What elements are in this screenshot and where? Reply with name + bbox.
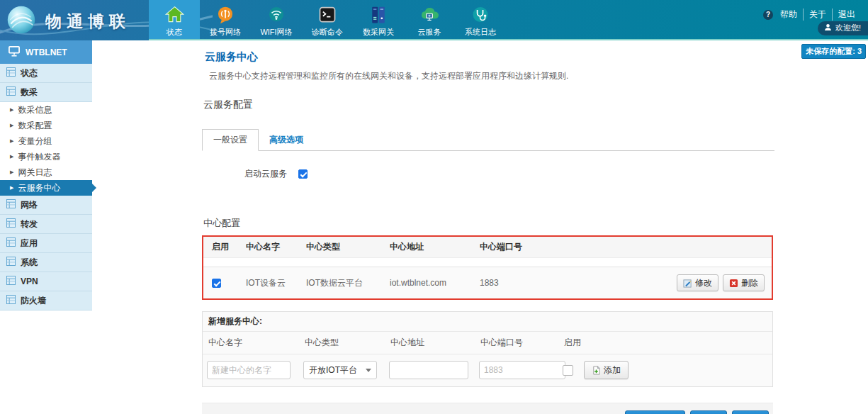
help-icon[interactable]: ? [763, 10, 773, 20]
nav-item-home[interactable]: 状态 [149, 0, 200, 40]
app-header: 物通博联 状态 拨号网络 WIFI网络 诊断命令 数采网关 云服务 系统日志 ?… [0, 0, 868, 40]
add-col-enable: 启用 [563, 337, 767, 349]
tab-advanced-options[interactable]: 高级选项 [259, 130, 314, 150]
caret-icon: ▶ [10, 107, 13, 113]
center-type-select[interactable]: 开放IOT平台 [303, 361, 377, 379]
brand-name: 物通博联 [45, 11, 130, 33]
dial-network-icon [215, 4, 235, 26]
sidebar-item-云服务中心[interactable]: ▶ 云服务中心 [0, 180, 92, 196]
col-port: 中心端口号 [480, 241, 648, 253]
add-button[interactable]: 添加 [584, 361, 629, 379]
enable-cloud-label: 启动云服务 [244, 168, 287, 180]
nav-item-wifi[interactable]: WIFI网络 [251, 0, 302, 40]
sidebar-item-防火墙[interactable]: 防火墙 [0, 291, 92, 310]
center-table: 启用 中心名字 中心类型 中心地址 中心端口号 IOT设备云 IOT数据云平台 … [202, 235, 773, 300]
sidebar-item-状态[interactable]: 状态 [0, 64, 92, 83]
save-button[interactable]: 保存 [690, 410, 727, 414]
edit-button-label: 修改 [695, 277, 712, 289]
logout-link[interactable]: 退出 [833, 9, 861, 21]
list-icon [6, 199, 16, 211]
center-type-selected-value: 开放IOT平台 [309, 364, 357, 376]
welcome-text: 欢迎您! [835, 23, 861, 33]
sidebar-item-转发[interactable]: 转发 [0, 215, 92, 234]
nav-item-terminal[interactable]: 诊断命令 [302, 0, 353, 40]
device-name: WTBLNET [26, 47, 67, 57]
add-col-name: 中心名字 [207, 337, 303, 349]
list-icon [6, 86, 16, 98]
sidebar-item-应用[interactable]: 应用 [0, 234, 92, 253]
enable-cloud-row: 启动云服务 [244, 168, 774, 180]
table-header-row: 启用 中心名字 中心类型 中心地址 中心端口号 [203, 237, 772, 258]
sidebar-menu: 状态 数采 ▶ 数采信息 ▶ 数采配置 ▶ 变量分组 ▶ 事件触发器 ▶ 网关日… [0, 64, 92, 310]
row-center-address: iot.wtblnet.com [390, 278, 480, 288]
cloud-icon [419, 4, 440, 26]
page-description: 云服务中心支持远程管理和监控所有的在线网关和设备，支持远程部署应用程序和边缘计算… [209, 70, 774, 82]
sidebar: WTBLNET 状态 数采 ▶ 数采信息 ▶ 数采配置 ▶ 变量分组 ▶ 事件触… [0, 40, 92, 310]
add-center-inputs: 开放IOT平台 添加 [203, 354, 772, 386]
row-enabled-checkbox[interactable] [212, 279, 221, 288]
tab-general-settings[interactable]: 一般设置 [202, 129, 259, 151]
nav-item-cloud[interactable]: 云服务 [404, 0, 455, 40]
sidebar-item-数采信息[interactable]: ▶ 数采信息 [0, 102, 92, 118]
caret-icon: ▶ [10, 138, 13, 144]
page-title: 云服务中心 [205, 50, 774, 64]
add-col-address: 中心地址 [389, 337, 479, 349]
main-content: 云服务中心 云服务中心支持远程管理和监控所有的在线网关和设备，支持远程部署应用程… [202, 40, 774, 414]
sidebar-item-数采[interactable]: 数采 [0, 83, 92, 102]
help-link[interactable]: 帮助 [774, 9, 804, 21]
tab-bar: 一般设置 高级选项 [202, 132, 774, 151]
home-icon [164, 4, 185, 26]
monitor-icon [9, 46, 20, 59]
center-name-input[interactable] [207, 361, 291, 379]
nav-item-gateway[interactable]: 数采网关 [353, 0, 404, 40]
sidebar-item-数采配置[interactable]: ▶ 数采配置 [0, 118, 92, 133]
list-icon [6, 218, 16, 230]
list-icon [6, 67, 16, 79]
edit-icon [683, 279, 692, 288]
nav-item-syslog[interactable]: 系统日志 [455, 0, 506, 40]
add-center-panel: 新增服务中心: 中心名字 中心类型 中心地址 中心端口号 启用 开放IOT平台 [202, 311, 773, 387]
about-link[interactable]: 关于 [804, 9, 833, 21]
center-port-input[interactable] [479, 361, 565, 379]
add-enabled-checkbox[interactable] [563, 365, 573, 376]
add-col-type: 中心类型 [303, 337, 389, 349]
sidebar-item-网络[interactable]: 网络 [0, 196, 92, 215]
center-address-input[interactable] [389, 361, 468, 379]
caret-icon: ▶ [10, 185, 13, 191]
list-icon [6, 276, 16, 287]
terminal-icon [317, 4, 337, 26]
section-cloud-config-title: 云服务配置 [203, 99, 774, 111]
add-button-label: 添加 [604, 364, 621, 376]
welcome-badge: 欢迎您! [818, 21, 868, 35]
delete-button[interactable]: 删除 [723, 274, 765, 291]
user-icon [824, 23, 832, 33]
table-row: IOT设备云 IOT数据云平台 iot.wtblnet.com 1883 修改 … [203, 267, 772, 298]
caret-icon: ▶ [10, 169, 13, 175]
enable-cloud-checkbox[interactable] [298, 169, 308, 179]
sidebar-item-变量分组[interactable]: ▶ 变量分组 [0, 133, 92, 149]
sidebar-item-VPN[interactable]: VPN [0, 272, 92, 291]
caret-icon: ▶ [10, 154, 13, 160]
edit-button[interactable]: 修改 [677, 274, 718, 291]
syslog-icon [470, 4, 490, 26]
top-nav: 状态 拨号网络 WIFI网络 诊断命令 数采网关 云服务 系统日志 [149, 0, 506, 40]
logo-globe-icon [6, 4, 37, 38]
table-spacer [203, 258, 772, 267]
sidebar-header: WTBLNET [0, 40, 92, 64]
add-page-icon [592, 366, 601, 375]
add-center-labels: 中心名字 中心类型 中心地址 中心端口号 启用 [203, 332, 772, 354]
col-enable: 启用 [212, 241, 246, 253]
row-center-type: IOT数据云平台 [306, 277, 390, 289]
chevron-down-icon [366, 369, 371, 372]
list-icon [6, 257, 16, 268]
unsaved-config-badge[interactable]: 未保存的配置: 3 [801, 44, 866, 59]
save-apply-button[interactable]: 保存&应用 [625, 410, 685, 414]
sidebar-item-网关日志[interactable]: ▶ 网关日志 [0, 164, 92, 180]
wifi-icon [266, 4, 286, 26]
nav-item-dial-network[interactable]: 拨号网络 [200, 0, 251, 40]
brand-logo: 物通博联 [6, 4, 130, 38]
sidebar-item-系统[interactable]: 系统 [0, 253, 92, 272]
sidebar-item-事件触发器[interactable]: ▶ 事件触发器 [0, 149, 92, 164]
reset-button[interactable]: 复位 [732, 410, 769, 414]
list-icon [6, 295, 16, 306]
